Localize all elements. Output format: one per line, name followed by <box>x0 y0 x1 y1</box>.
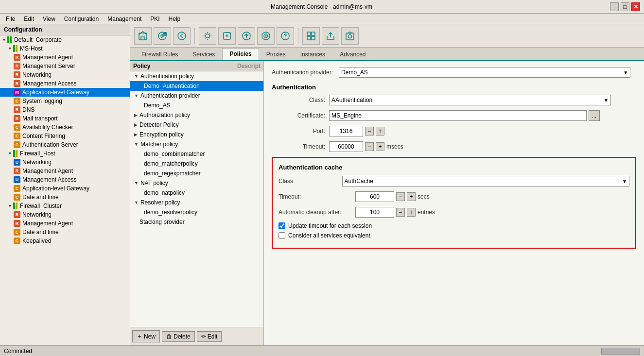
cache-cleanup-decrement-button[interactable]: − <box>396 208 405 217</box>
sidebar-label: System logging <box>22 98 62 104</box>
sidebar-item-application-gateway[interactable]: M Application-level Gateway <box>0 88 130 97</box>
sidebar-item-fw-application-gateway[interactable]: C Application-level Gateway <box>0 184 130 193</box>
policy-group-authorization[interactable]: ▶ Authorization policy <box>130 110 263 120</box>
sidebar-item-management-access[interactable]: R Management Access <box>0 79 130 88</box>
class-dropdown[interactable]: AAuthentication ▼ <box>329 95 611 105</box>
policy-group-label: Authentication provider <box>140 92 200 99</box>
policy-item-matcherpolicy[interactable]: demo_matcherpolicy <box>130 159 263 169</box>
delete-button[interactable]: 🗑 Delete <box>162 331 195 342</box>
home-button[interactable] <box>134 27 152 45</box>
close-button[interactable]: ✕ <box>631 2 640 11</box>
port-increment-button[interactable]: + <box>376 127 384 136</box>
policy-item-demo-as[interactable]: Demo_AS <box>130 101 263 110</box>
sidebar-item-dns[interactable]: R DNS <box>0 105 130 114</box>
timeout-increment-button[interactable]: + <box>376 142 384 151</box>
tab-policies[interactable]: Policies <box>222 48 259 60</box>
sidebar-item-management-agent[interactable]: R Management Agent <box>0 53 130 62</box>
sidebar-item-ms-host[interactable]: ▼ MS-Host <box>0 44 130 53</box>
cache-cleanup-increment-button[interactable]: + <box>407 208 416 217</box>
help-button[interactable] <box>277 27 294 45</box>
menu-pki[interactable]: PKI <box>146 15 163 23</box>
certificate-input[interactable] <box>329 110 587 121</box>
cache-class-label: Class: <box>278 178 338 185</box>
policy-item-regexpmatcher[interactable]: demo_regexpmatcher <box>130 169 263 178</box>
policy-group-matcher[interactable]: ▼ Matcher policy <box>130 139 263 149</box>
menu-file[interactable]: File <box>2 15 19 23</box>
auth-provider-dropdown[interactable]: Demo_AS ▼ <box>339 67 630 78</box>
tab-firewall-rules[interactable]: Firewall Rules <box>134 49 185 60</box>
menu-management[interactable]: Management <box>104 15 145 23</box>
policy-group-detector[interactable]: ▶ Detector Policy <box>130 120 263 130</box>
sidebar-item-fw-management-agent[interactable]: R Management Agent <box>0 167 130 175</box>
tab-advanced[interactable]: Advanced <box>332 49 373 60</box>
badge-c: C <box>14 98 20 104</box>
sidebar-item-fw-date-time[interactable]: C Date and time <box>0 193 130 202</box>
menu-configuration[interactable]: Configuration <box>60 15 103 23</box>
sidebar-item-fc-date-time[interactable]: C Date and time <box>0 228 130 237</box>
scroll-indicator[interactable] <box>601 348 640 355</box>
upload-button[interactable] <box>238 27 255 45</box>
expand-arrow: ▼ <box>2 37 6 42</box>
policy-item-natpolicy[interactable]: demo_natpolicy <box>130 188 263 198</box>
sync-button[interactable] <box>218 27 236 45</box>
policy-group-auth-provider[interactable]: ▼ Authentication provider <box>130 91 263 101</box>
sidebar-label: Default_Corporate <box>14 36 62 43</box>
sidebar-item-fw-management-access[interactable]: U Management Access <box>0 175 130 184</box>
cache-timeout-decrement-button[interactable]: − <box>396 192 405 201</box>
timeout-input[interactable] <box>329 141 363 152</box>
update-timeout-label[interactable]: Update timeout for each session <box>288 222 372 229</box>
sidebar-item-availability-checker[interactable]: C Availability Checker <box>0 123 130 132</box>
sidebar-item-default-corporate[interactable]: ▼ Default_Corporate <box>0 35 130 44</box>
timeout-decrement-button[interactable]: − <box>365 142 374 151</box>
cache-class-dropdown[interactable]: AuthCache ▼ <box>342 176 630 186</box>
menu-help[interactable]: Help <box>165 15 185 23</box>
sidebar-item-system-logging[interactable]: C System logging <box>0 97 130 105</box>
sidebar-item-mail-transport[interactable]: R Mail transport <box>0 114 130 123</box>
sidebar-item-firewall-cluster[interactable]: ▼ Firewall_Cluster <box>0 202 130 210</box>
sidebar-item-firewall-host[interactable]: ▼ Firewall_Host <box>0 149 130 158</box>
sidebar-item-authentication-server[interactable]: C Authentication Server <box>0 140 130 149</box>
update-timeout-checkbox[interactable] <box>278 222 285 229</box>
grid-button[interactable] <box>302 27 320 45</box>
cache-cleanup-input[interactable] <box>355 207 394 218</box>
target-button[interactable] <box>257 27 275 45</box>
policy-group-auth[interactable]: ▼ Authentication policy <box>130 71 263 81</box>
share-button[interactable] <box>322 27 339 45</box>
sidebar-item-management-server[interactable]: R Management Server <box>0 62 130 70</box>
settings-button[interactable] <box>199 27 216 45</box>
consider-services-checkbox[interactable] <box>278 232 285 239</box>
sidebar-item-fc-keepalived[interactable]: C Keepalived <box>0 237 130 245</box>
policy-item-combinematcher[interactable]: demo_combinematcher <box>130 149 263 159</box>
group-icon <box>13 150 18 157</box>
cache-timeout-input[interactable] <box>355 191 394 202</box>
port-decrement-button[interactable]: − <box>365 127 374 136</box>
sidebar-item-networking[interactable]: R Networking <box>0 70 130 79</box>
port-input[interactable] <box>329 126 363 136</box>
policy-group-encryption[interactable]: ▶ Encryption policy <box>130 130 263 139</box>
cache-timeout-increment-button[interactable]: + <box>407 192 416 201</box>
camera-button[interactable] <box>341 27 359 45</box>
menu-view[interactable]: View <box>39 15 59 23</box>
policy-item-demo-authentication[interactable]: Demo_Authentication <box>130 81 263 91</box>
sidebar-item-content-filtering[interactable]: C Content Filtering <box>0 132 130 140</box>
browse-button[interactable]: ... <box>589 110 600 121</box>
maximize-button[interactable]: □ <box>621 2 629 11</box>
new-button[interactable]: ＋ New <box>132 330 160 342</box>
policy-group-nat[interactable]: ▼ NAT policy <box>130 178 263 188</box>
consider-services-label[interactable]: Consider all services equivalent <box>288 232 370 239</box>
tab-proxies[interactable]: Proxies <box>259 49 293 60</box>
tab-instances[interactable]: Instances <box>293 49 332 60</box>
sidebar-item-fc-networking[interactable]: R Networking <box>0 210 130 219</box>
back-button[interactable] <box>173 27 191 45</box>
edit-button[interactable]: ✏ Edit <box>197 331 222 342</box>
policy-group-stacking[interactable]: ▶ Stacking provider <box>130 217 263 227</box>
menu-edit[interactable]: Edit <box>20 15 38 23</box>
forward-button[interactable] <box>154 27 171 45</box>
minimize-button[interactable]: — <box>610 2 619 11</box>
sidebar-item-fw-networking[interactable]: U Networking <box>0 158 130 167</box>
policy-item-resolverpolicy[interactable]: demo_resolverpolicy <box>130 207 263 217</box>
tab-services[interactable]: Services <box>185 49 222 60</box>
certificate-input-row: ... <box>329 110 636 121</box>
sidebar-item-fc-management-agent[interactable]: R Management Agent <box>0 219 130 228</box>
policy-group-resolver[interactable]: ▼ Resolver policy <box>130 198 263 207</box>
